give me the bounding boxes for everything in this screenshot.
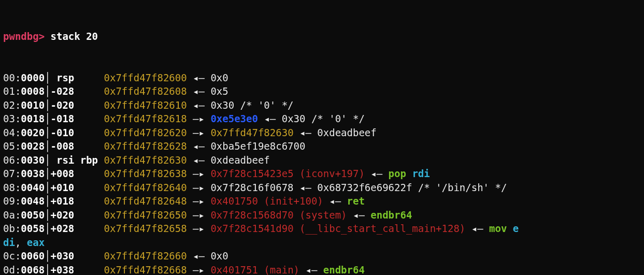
column-separator: │ — [45, 209, 50, 221]
row-segment: —▸ — [187, 223, 211, 234]
row-delta: rsi rbp — [51, 154, 98, 166]
row-segment: pop — [389, 168, 412, 179]
row-segment: rdi — [412, 168, 430, 179]
stack-row: 08:0040│+010 0x7ffd47f82640 —▸ 0x7f28c16… — [3, 181, 641, 195]
row-segment: di — [3, 237, 15, 248]
row-offset-bold: 0028 — [21, 140, 45, 152]
row-delta: +028 — [51, 223, 98, 234]
row-index: 0d: — [3, 264, 21, 276]
row-index: 09: — [3, 195, 21, 207]
row-segment: ◂— 0x30 /* '0' */ — [187, 99, 294, 111]
row-offset-bold: 0010 — [21, 99, 45, 111]
row-delta: +010 — [51, 182, 98, 193]
row-segment: 0x7ffd47f82630 — [98, 154, 187, 166]
row-segment: ◂— 0xba5ef19e8c6700 — [187, 140, 306, 152]
row-segment: 0x7ffd47f82628 — [98, 140, 187, 152]
row-segment: endbr64 — [323, 264, 365, 276]
row-segment: 0x7ffd47f82620 — [98, 127, 187, 138]
column-separator: │ — [45, 85, 50, 97]
row-delta: -010 — [51, 127, 98, 138]
row-segment: —▸ — [187, 195, 211, 207]
row-index: 03: — [3, 113, 21, 124]
row-segment: ◂— 0x5 — [187, 85, 228, 97]
prompt-line[interactable]: pwndbg> stack 20 — [3, 30, 641, 44]
row-offset-bold: 0040 — [21, 182, 45, 193]
row-segment: 0x7f28c1541d90 (__libc_start_call_main+1… — [210, 223, 465, 234]
stack-row: 03:0018│-018 0x7ffd47f82618 —▸ 0xe5e3e0 … — [3, 112, 641, 126]
stack-row: 04:0020│-010 0x7ffd47f82620 —▸ 0x7ffd47f… — [3, 126, 641, 140]
row-offset-bold: 0048 — [21, 195, 45, 207]
row-delta: +038 — [51, 264, 98, 276]
row-index: 01: — [3, 85, 21, 97]
row-segment: ret — [347, 195, 365, 207]
row-segment: 0xe5e3e0 — [210, 113, 258, 124]
stack-row: 01:0008│-028 0x7ffd47f82608 ◂— 0x5 — [3, 84, 641, 98]
row-segment: mov — [489, 223, 513, 234]
row-delta: -020 — [51, 99, 98, 111]
row-segment: 0x7ffd47f82668 — [98, 264, 187, 276]
row-index: 05: — [3, 140, 21, 152]
row-segment: —▸ — [187, 209, 211, 221]
row-segment: —▸ — [187, 264, 211, 276]
stack-row: 0d:0068│+038 0x7ffd47f82668 —▸ 0x401751 … — [3, 263, 641, 276]
column-separator: │ — [45, 168, 50, 179]
row-segment: 0x7f28c15423e5 (iconv+197) — [210, 168, 364, 179]
row-delta: rsp — [51, 72, 98, 83]
row-segment: ◂— — [365, 168, 389, 179]
row-delta: -008 — [51, 140, 98, 152]
row-offset-bold: 0008 — [21, 85, 45, 97]
row-segment: 0x7ffd47f82650 — [98, 209, 187, 221]
row-segment: ◂— 0x0 — [187, 72, 228, 83]
row-offset-bold: 0068 — [21, 264, 45, 276]
row-segment: ◂— — [299, 264, 323, 276]
row-offset-bold: 0060 — [21, 250, 45, 262]
stack-row: 0b:0058│+028 0x7ffd47f82658 —▸ 0x7f28c15… — [3, 222, 641, 236]
stack-row: di, eax — [3, 236, 641, 250]
row-segment: 0x7ffd47f82610 — [98, 99, 187, 111]
row-delta: +020 — [51, 209, 98, 221]
row-segment: 0x7f28c1568d70 (system) — [210, 209, 347, 221]
terminal-output[interactable]: pwndbg> stack 20 00:0000│ rsp 0x7ffd47f8… — [0, 0, 644, 275]
row-segment: ◂— 0xdeadbeef — [187, 154, 270, 166]
row-segment: 0x7ffd47f82658 — [98, 223, 187, 234]
column-separator: │ — [45, 113, 50, 124]
stack-row: 07:0038│+008 0x7ffd47f82638 —▸ 0x7f28c15… — [3, 167, 641, 181]
row-segment: 0x7ffd47f82660 — [98, 250, 187, 262]
row-delta: +030 — [51, 250, 98, 262]
row-segment: ◂— — [347, 209, 371, 221]
column-separator: │ — [45, 154, 50, 166]
row-offset-bold: 0058 — [21, 223, 45, 234]
row-delta: +018 — [51, 195, 98, 207]
row-segment: —▸ — [187, 168, 211, 179]
column-separator: │ — [45, 140, 50, 152]
row-segment: 0x7ffd47f82630 — [210, 127, 293, 138]
row-segment: ◂— — [323, 195, 347, 207]
row-segment: ◂— 0x30 /* '0' */ — [258, 113, 365, 124]
prompt-label: pwndbg> — [3, 31, 45, 42]
row-segment: ◂— 0x0 — [187, 250, 228, 262]
column-separator: │ — [45, 72, 50, 83]
row-index: 0b: — [3, 223, 21, 234]
stack-row: 00:0000│ rsp 0x7ffd47f82600 ◂— 0x0 — [3, 71, 641, 85]
stack-row: 06:0030│ rsi rbp 0x7ffd47f82630 ◂— 0xdea… — [3, 153, 641, 167]
row-segment: 0x7ffd47f82608 — [98, 85, 187, 97]
stack-row: 0c:0060│+030 0x7ffd47f82660 ◂— 0x0 — [3, 249, 641, 263]
row-offset-bold: 0000 — [21, 72, 45, 83]
row-segment: 0x401751 (main) — [210, 264, 299, 276]
column-separator: │ — [45, 195, 50, 207]
column-separator: │ — [45, 127, 50, 138]
stack-row: 05:0028│-008 0x7ffd47f82628 ◂— 0xba5ef19… — [3, 139, 641, 153]
row-delta: -018 — [51, 113, 98, 124]
row-segment: 0x7ffd47f82640 — [98, 182, 187, 193]
row-segment: 0x7ffd47f82600 — [98, 72, 187, 83]
row-segment: , — [15, 237, 27, 248]
stack-row: 02:0010│-020 0x7ffd47f82610 ◂— 0x30 /* '… — [3, 98, 641, 112]
command-text: stack 20 — [45, 31, 98, 42]
row-delta: -028 — [51, 85, 98, 97]
row-delta: +008 — [51, 168, 98, 179]
row-index: 08: — [3, 182, 21, 193]
row-index: 0c: — [3, 250, 21, 262]
row-offset-bold: 0050 — [21, 209, 45, 221]
stack-body: 00:0000│ rsp 0x7ffd47f82600 ◂— 0x001:000… — [3, 71, 641, 276]
row-offset-bold: 0018 — [21, 113, 45, 124]
